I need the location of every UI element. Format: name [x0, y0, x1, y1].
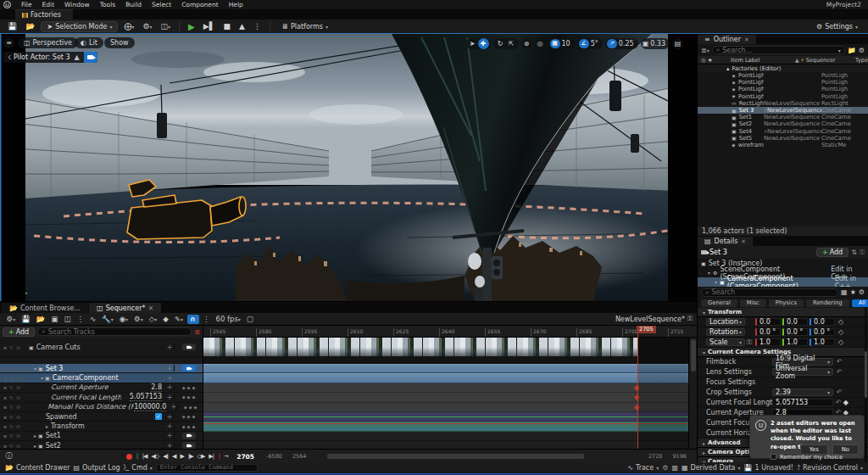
select-tool-icon[interactable]: ➤ [467, 38, 478, 49]
timeline[interactable]: 2565258025952610262526402655267026852700… [203, 326, 697, 449]
outliner-world-row[interactable]: ▴ Factories (Editor) [698, 64, 868, 72]
range-start[interactable]: -6580 [261, 453, 287, 460]
timeline-row-current-focal-length[interactable] [203, 393, 688, 402]
level-viewport[interactable]: ≡ ◫ Perspective ◐ Lit Show ☇ Pilot Actor… [0, 34, 697, 301]
out-marker[interactable]: ] [216, 453, 222, 460]
sequencer-options-icon[interactable]: ⚙▾ [4, 315, 18, 323]
maximize-viewport-icon[interactable]: ▤ [672, 38, 683, 49]
jump-arrow[interactable]: → [221, 453, 230, 460]
transform-location-y[interactable]: 0.0 [782, 318, 808, 326]
details-tab-general[interactable]: General [701, 299, 737, 307]
details-settings-icon[interactable]: ⚙ [859, 288, 865, 296]
track-transform[interactable]: ▪↻⊘▸Transform+◆◆◆ [0, 422, 203, 431]
transform-rotation-y[interactable]: 0.0 ° [782, 328, 808, 336]
timeline-row-manual-focus-distance-focu[interactable] [203, 403, 688, 412]
show-dropdown[interactable]: Show [104, 37, 135, 48]
browse-content-icon[interactable]: 📂 [23, 22, 37, 31]
section-header-transform[interactable]: ▾Transform [698, 308, 868, 317]
camera-dropdown-lens-settings[interactable]: Universal Zoom▾ [772, 368, 833, 376]
menu-select[interactable]: Select [147, 1, 176, 8]
details-favorites-icon[interactable]: ★ [850, 288, 856, 296]
outliner-row[interactable]: ✷PointLight4PointLigh [698, 93, 868, 100]
rotation-snap-control[interactable]: ∠ 5° [577, 38, 603, 49]
lit-dropdown[interactable]: ◐ Lit [75, 37, 103, 48]
transform-rotation-z[interactable]: 0.0 ° [810, 328, 835, 336]
menu-file[interactable]: File [16, 1, 37, 8]
blueprints-icon[interactable]: ⚙▾ [140, 22, 154, 31]
menu-help[interactable]: Help [224, 1, 248, 8]
edit-mode-icon[interactable]: ✎▾ [172, 315, 185, 323]
tab-sequencer[interactable]: ◫ Sequencer* ✕ [89, 303, 161, 313]
seq-render-icon[interactable]: ◫ [62, 315, 73, 323]
timeline-row-camera-cuts[interactable] [203, 338, 688, 357]
outliner-row[interactable]: ▣Set1NewLevelSequenceCineCame [698, 114, 868, 120]
timeline-range-bar[interactable] [312, 450, 643, 463]
track-camera-toggle[interactable] [182, 433, 196, 439]
outliner-row[interactable]: ▣Set 3⚡NewLevelSequenceCineCame [698, 107, 868, 114]
snap-toggle-icon[interactable]: ∩ [187, 315, 199, 324]
stop-button[interactable]: ■ [221, 22, 234, 31]
sequence-breadcrumb[interactable]: NewLevelSequence* ⚿ [615, 315, 693, 323]
record-button[interactable] [126, 454, 132, 460]
seq-browse-icon[interactable]: 📂 [34, 315, 47, 323]
toast-yes-button[interactable]: Yes [800, 444, 828, 455]
viewport-options-menu[interactable]: ≡ [3, 37, 14, 48]
transform-axis-dropdown[interactable]: Rotation▾ [706, 328, 745, 336]
tab-content-browser[interactable]: 📂 Content Browse... [2, 303, 88, 313]
seq-create-camera-icon[interactable]: ▣ [49, 315, 60, 323]
move-tool-icon[interactable]: ✚ [478, 38, 489, 49]
derived-data-button[interactable]: ▦ Derived Data▾ [682, 464, 741, 472]
tab-details[interactable]: ▤ Details✕ [698, 237, 753, 246]
outliner-search-input[interactable]: ⌕ Search... ▾ [712, 46, 845, 54]
selection-mode-button[interactable]: ➤ Selection Mode▾ [41, 21, 118, 32]
outliner-row[interactable]: ▣Set5NewLevelSequenceCineCame [698, 135, 868, 142]
component-tree-row[interactable]: ▾▣CameraComponent (CameraComponent)Edit … [698, 277, 868, 287]
view-range-start[interactable]: 2564 [287, 453, 312, 460]
current-frame[interactable]: 2705 [230, 453, 261, 461]
menu-window[interactable]: Window [59, 1, 95, 8]
transform-location-z[interactable]: 0.0 [810, 318, 835, 326]
keyframe-options-icon[interactable]: ◇▾ [147, 315, 159, 323]
details-tab-physics[interactable]: Physics [769, 299, 804, 307]
track-manual-focus-distance-focu[interactable]: ▪↻⊘Manual Focus Distance (Focu100000.0+◆… [0, 403, 203, 412]
remember-choice-checkbox[interactable] [771, 454, 776, 460]
content-drawer-button[interactable]: 📂 Content Drawer [5, 464, 70, 472]
world-local-toggle-icon[interactable]: ⊕ [521, 38, 532, 49]
fps-dropdown[interactable]: 60 fps▾ [214, 315, 242, 323]
cinematics-icon[interactable]: ◫▾ [159, 22, 174, 31]
track-camera-toggle[interactable] [182, 365, 196, 372]
status-package-icon[interactable]: ▩ [671, 464, 678, 472]
details-tab-rendering[interactable]: Rendering [806, 299, 849, 307]
seq-playback-options-icon[interactable]: ⚙▾ [132, 315, 146, 323]
perspective-dropdown[interactable]: ◫ Perspective [18, 37, 78, 48]
play-button[interactable]: ▶ [178, 453, 186, 460]
track-camera-toggle[interactable] [182, 344, 196, 350]
track-current-focal-length[interactable]: ▪↻⊘Current Focal Length5.057153+◆◆◆ [0, 393, 203, 402]
transform-location-x[interactable]: 0.0 [755, 318, 781, 326]
spawned-checkbox[interactable]: ✓ [155, 413, 162, 420]
close-icon[interactable]: ✕ [744, 36, 749, 43]
timeline-row-current-aperture[interactable] [203, 383, 688, 393]
add-component-button[interactable]: +Add [816, 248, 849, 257]
timeline-vertical-scrollbar[interactable] [688, 338, 697, 449]
track-search-input[interactable]: ⌕ Search Tracks [37, 327, 192, 336]
settings-button[interactable]: ⚙ Settings▾ [811, 21, 863, 32]
tab-factories[interactable]: Factories [15, 9, 73, 20]
camera-input-current-focal-length[interactable]: 5.057153 [772, 399, 833, 406]
track-current-aperture[interactable]: ▪↻⊘Current Aperture2.8+◆◆◆ [0, 383, 203, 393]
details-scrollbar[interactable] [865, 308, 867, 462]
seq-view-icon[interactable]: ◉▾ [117, 315, 130, 323]
skip-button[interactable]: ▶▌ [201, 22, 218, 31]
eject-button[interactable]: ▲ [236, 22, 248, 31]
timeline-row-set2[interactable] [203, 441, 688, 449]
timeline-ruler[interactable]: 2565258025952610262526402655267026852700… [203, 326, 697, 338]
details-search-input[interactable]: ⌕ Search [701, 288, 838, 297]
step-forward-button[interactable]: |▶ [186, 453, 195, 460]
play-options-dots[interactable]: ⋮ [251, 22, 264, 31]
curve-editor-icon[interactable]: ∿ [87, 315, 97, 323]
play-reverse-button[interactable]: ◀ [170, 453, 178, 460]
grid-snap-control[interactable]: ▦ 10 [548, 38, 575, 49]
step-back-button[interactable]: ◀| [161, 453, 170, 460]
seq-save-icon[interactable]: 💾 [19, 315, 33, 323]
outliner-row[interactable]: ▭RectLightNewLevelSequenceRectLight [698, 100, 868, 107]
